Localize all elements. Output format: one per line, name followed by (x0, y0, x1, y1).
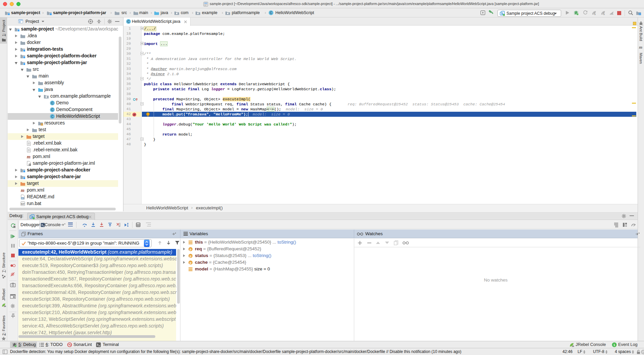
svg-text:p: p (190, 261, 192, 264)
svg-text:m: m (21, 188, 24, 193)
svg-text:C: C (51, 101, 53, 105)
svg-text:m: m (27, 154, 31, 159)
svg-text:MD: MD (21, 197, 24, 199)
svg-text:1: 1 (613, 343, 615, 347)
svg-text:m: m (639, 45, 642, 49)
svg-text:C: C (51, 108, 53, 112)
svg-text:C: C (270, 11, 272, 15)
svg-text:JR: JR (572, 345, 574, 347)
svg-text:p: p (190, 247, 192, 251)
svg-text:p: p (190, 254, 192, 257)
svg-text:JR: JR (4, 305, 6, 307)
svg-text:C: C (51, 115, 53, 118)
svg-text:R: R (603, 13, 605, 15)
svg-text:R: R (594, 13, 596, 15)
svg-text:C: C (127, 20, 129, 23)
svg-text:BAT: BAT (21, 203, 24, 205)
